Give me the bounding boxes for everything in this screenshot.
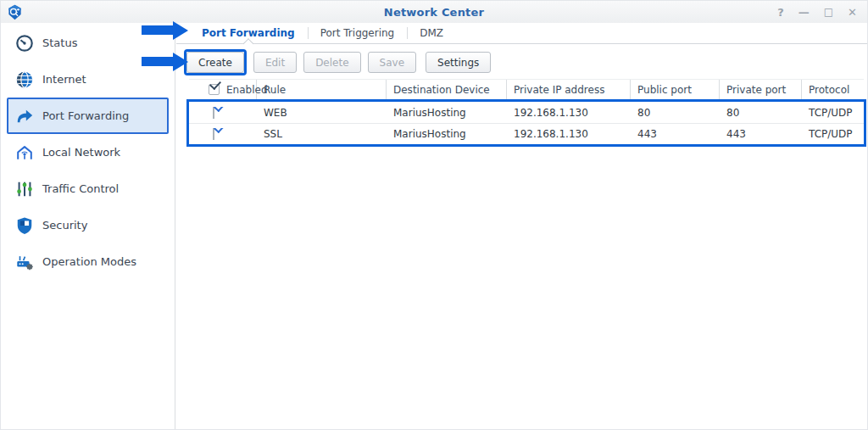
- gauge-icon: [15, 34, 34, 53]
- sidebar-item-local-network[interactable]: Local Network: [7, 134, 169, 170]
- create-button-highlight-box: Create: [184, 49, 247, 75]
- column-header-private-ip[interactable]: Private IP address: [507, 80, 631, 99]
- titlebar: Network Center ? — □ ✕: [1, 1, 867, 23]
- sidebar: Status Internet Port Forwarding: [1, 23, 175, 429]
- window-title: Network Center: [1, 6, 867, 19]
- sidebar-item-label: Internet: [42, 73, 86, 86]
- globe-icon: [15, 70, 34, 89]
- table-header: Enabled Rule Destination Device Private …: [189, 79, 864, 99]
- rule-cell: WEB: [257, 107, 387, 119]
- network-center-window: Network Center ? — □ ✕ Status: [0, 0, 868, 430]
- tab-dmz[interactable]: DMZ: [407, 23, 456, 43]
- row-enabled-checkbox[interactable]: [213, 107, 214, 119]
- toolbar: Create Edit Delete Save Settings: [176, 49, 491, 75]
- home-network-icon: [15, 143, 34, 162]
- public-port-cell: 80: [631, 107, 720, 119]
- column-header-destination-device[interactable]: Destination Device: [387, 80, 507, 99]
- table-row[interactable]: WEB MariusHosting 192.168.1.130 80 80 TC…: [189, 102, 864, 123]
- sidebar-item-status[interactable]: Status: [7, 25, 169, 61]
- sidebar-item-label: Status: [42, 36, 77, 49]
- select-all-checkbox[interactable]: [209, 84, 220, 95]
- sidebar-item-label: Security: [42, 219, 87, 232]
- edit-button[interactable]: Edit: [253, 52, 297, 73]
- close-button[interactable]: ✕: [848, 7, 857, 18]
- settings-button[interactable]: Settings: [426, 52, 491, 73]
- private-port-cell: 80: [720, 107, 802, 119]
- sidebar-item-label: Operation Modes: [42, 255, 136, 268]
- public-port-cell: 443: [631, 128, 720, 140]
- sidebar-item-security[interactable]: Security: [7, 207, 169, 243]
- protocol-cell: TCP/UDP: [802, 107, 864, 119]
- column-header-public-port[interactable]: Public port: [631, 80, 720, 99]
- enabled-cell: [189, 107, 257, 119]
- destination-device-cell: MariusHosting: [387, 128, 507, 140]
- sidebar-item-operation-modes[interactable]: Operation Modes: [7, 243, 169, 280]
- sidebar-item-traffic-control[interactable]: Traffic Control: [7, 170, 169, 207]
- table-row[interactable]: SSL MariusHosting 192.168.1.130 443 443 …: [189, 123, 864, 144]
- sidebar-item-port-forwarding[interactable]: Port Forwarding: [7, 98, 169, 134]
- minimize-button[interactable]: —: [798, 7, 810, 18]
- tab-bar: Port Forwarding Port Triggering DMZ: [176, 23, 867, 44]
- rule-cell: SSL: [257, 128, 387, 140]
- tab-port-triggering[interactable]: Port Triggering: [308, 23, 408, 43]
- table-body: WEB MariusHosting 192.168.1.130 80 80 TC…: [189, 102, 864, 144]
- forward-arrow-icon: [15, 107, 34, 126]
- sliders-icon: [15, 180, 34, 198]
- create-button[interactable]: Create: [186, 52, 244, 73]
- help-button[interactable]: ?: [777, 7, 784, 18]
- sidebar-item-label: Traffic Control: [42, 182, 119, 195]
- rows-highlight-box: WEB MariusHosting 192.168.1.130 80 80 TC…: [186, 99, 866, 147]
- delete-button[interactable]: Delete: [303, 52, 360, 73]
- sidebar-item-label: Port Forwarding: [42, 109, 129, 122]
- private-port-cell: 443: [720, 128, 802, 140]
- sidebar-item-label: Local Network: [42, 146, 120, 159]
- column-header-rule[interactable]: Rule: [257, 80, 387, 99]
- private-ip-cell: 192.168.1.130: [507, 107, 631, 119]
- shield-icon: [15, 216, 34, 235]
- save-button[interactable]: Save: [368, 52, 416, 73]
- sidebar-item-internet[interactable]: Internet: [7, 61, 169, 98]
- router-gear-icon: [15, 253, 34, 271]
- maximize-button[interactable]: □: [824, 7, 833, 17]
- column-header-protocol[interactable]: Protocol: [802, 80, 864, 99]
- column-header-private-port[interactable]: Private port: [720, 80, 802, 99]
- column-header-enabled: Enabled: [189, 80, 257, 99]
- tab-port-forwarding[interactable]: Port Forwarding: [189, 23, 308, 43]
- destination-device-cell: MariusHosting: [387, 107, 507, 119]
- protocol-cell: TCP/UDP: [802, 128, 864, 140]
- window-controls: ? — □ ✕: [777, 1, 857, 23]
- private-ip-cell: 192.168.1.130: [507, 128, 631, 140]
- row-enabled-checkbox[interactable]: [213, 128, 214, 140]
- enabled-cell: [189, 128, 257, 140]
